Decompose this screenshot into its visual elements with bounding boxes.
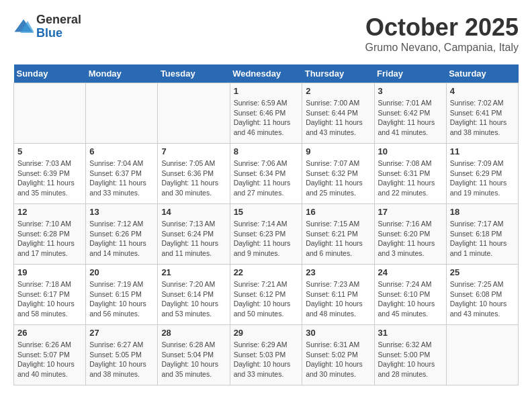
day-info: Sunrise: 7:21 AM Sunset: 6:12 PM Dayligh…	[234, 279, 299, 319]
day-number: 26	[17, 328, 82, 338]
day-info: Sunrise: 7:23 AM Sunset: 6:11 PM Dayligh…	[306, 279, 370, 319]
day-number: 22	[234, 267, 299, 277]
calendar-cell: 19Sunrise: 7:18 AM Sunset: 6:17 PM Dayli…	[14, 265, 86, 325]
weekday-header-saturday: Saturday	[446, 64, 518, 83]
calendar-cell: 20Sunrise: 7:19 AM Sunset: 6:15 PM Dayli…	[86, 265, 158, 325]
calendar-cell: 26Sunrise: 6:26 AM Sunset: 5:07 PM Dayli…	[14, 325, 86, 385]
day-number: 3	[378, 86, 443, 96]
page-header: General Blue October 2025 Grumo Nevano, …	[13, 13, 519, 54]
day-number: 21	[161, 267, 226, 277]
calendar-week-4: 19Sunrise: 7:18 AM Sunset: 6:17 PM Dayli…	[14, 265, 519, 325]
day-info: Sunrise: 7:07 AM Sunset: 6:32 PM Dayligh…	[306, 158, 370, 198]
day-info: Sunrise: 7:13 AM Sunset: 6:24 PM Dayligh…	[161, 219, 226, 259]
day-number: 2	[306, 86, 370, 96]
calendar-cell: 28Sunrise: 6:28 AM Sunset: 5:04 PM Dayli…	[158, 325, 230, 385]
day-info: Sunrise: 7:15 AM Sunset: 6:21 PM Dayligh…	[306, 219, 370, 259]
day-number: 8	[234, 146, 299, 156]
calendar-cell: 11Sunrise: 7:09 AM Sunset: 6:29 PM Dayli…	[446, 144, 518, 204]
calendar-week-5: 26Sunrise: 6:26 AM Sunset: 5:07 PM Dayli…	[14, 325, 519, 385]
day-info: Sunrise: 7:02 AM Sunset: 6:41 PM Dayligh…	[450, 98, 515, 138]
day-info: Sunrise: 7:01 AM Sunset: 6:42 PM Dayligh…	[378, 98, 443, 138]
calendar-cell: 23Sunrise: 7:23 AM Sunset: 6:11 PM Dayli…	[302, 265, 374, 325]
weekday-header-monday: Monday	[86, 64, 158, 83]
day-info: Sunrise: 6:32 AM Sunset: 5:00 PM Dayligh…	[378, 340, 443, 379]
calendar-cell: 8Sunrise: 7:06 AM Sunset: 6:34 PM Daylig…	[230, 144, 302, 204]
day-info: Sunrise: 7:20 AM Sunset: 6:14 PM Dayligh…	[161, 279, 226, 319]
calendar-cell: 29Sunrise: 6:29 AM Sunset: 5:03 PM Dayli…	[230, 325, 302, 385]
day-info: Sunrise: 7:25 AM Sunset: 6:08 PM Dayligh…	[450, 279, 515, 319]
weekday-header-row: SundayMondayTuesdayWednesdayThursdayFrid…	[14, 64, 519, 83]
day-number: 1	[234, 86, 299, 96]
day-number: 25	[450, 267, 515, 277]
day-number: 29	[234, 328, 299, 338]
day-info: Sunrise: 7:04 AM Sunset: 6:37 PM Dayligh…	[89, 158, 154, 198]
day-number: 9	[306, 146, 370, 156]
day-number: 20	[89, 267, 154, 277]
day-number: 30	[306, 328, 370, 338]
day-number: 12	[17, 207, 82, 217]
day-number: 17	[378, 207, 443, 217]
calendar-cell	[446, 325, 518, 385]
day-number: 13	[89, 207, 154, 217]
calendar-cell: 25Sunrise: 7:25 AM Sunset: 6:08 PM Dayli…	[446, 265, 518, 325]
day-info: Sunrise: 6:28 AM Sunset: 5:04 PM Dayligh…	[161, 340, 226, 379]
calendar-cell: 17Sunrise: 7:16 AM Sunset: 6:20 PM Dayli…	[374, 204, 446, 265]
calendar-cell: 22Sunrise: 7:21 AM Sunset: 6:12 PM Dayli…	[230, 265, 302, 325]
calendar-cell: 27Sunrise: 6:27 AM Sunset: 5:05 PM Dayli…	[86, 325, 158, 385]
calendar-cell: 14Sunrise: 7:13 AM Sunset: 6:24 PM Dayli…	[158, 204, 230, 265]
day-info: Sunrise: 7:10 AM Sunset: 6:28 PM Dayligh…	[17, 219, 82, 259]
day-number: 14	[161, 207, 226, 217]
day-number: 16	[306, 207, 370, 217]
calendar-cell: 13Sunrise: 7:12 AM Sunset: 6:26 PM Dayli…	[86, 204, 158, 265]
calendar-cell: 3Sunrise: 7:01 AM Sunset: 6:42 PM Daylig…	[374, 83, 446, 144]
day-number: 4	[450, 86, 515, 96]
day-info: Sunrise: 7:08 AM Sunset: 6:31 PM Dayligh…	[378, 158, 443, 198]
day-number: 27	[89, 328, 154, 338]
calendar-week-3: 12Sunrise: 7:10 AM Sunset: 6:28 PM Dayli…	[14, 204, 519, 265]
calendar-cell: 12Sunrise: 7:10 AM Sunset: 6:28 PM Dayli…	[14, 204, 86, 265]
day-number: 7	[161, 146, 226, 156]
weekday-header-sunday: Sunday	[14, 64, 86, 83]
day-info: Sunrise: 6:31 AM Sunset: 5:02 PM Dayligh…	[306, 340, 370, 379]
day-number: 23	[306, 267, 370, 277]
day-number: 19	[17, 267, 82, 277]
calendar-cell: 24Sunrise: 7:24 AM Sunset: 6:10 PM Dayli…	[374, 265, 446, 325]
calendar-cell: 1Sunrise: 6:59 AM Sunset: 6:46 PM Daylig…	[230, 83, 302, 144]
day-info: Sunrise: 6:27 AM Sunset: 5:05 PM Dayligh…	[89, 340, 154, 379]
logo-general: General	[36, 13, 81, 27]
weekday-header-wednesday: Wednesday	[230, 64, 302, 83]
day-info: Sunrise: 7:12 AM Sunset: 6:26 PM Dayligh…	[89, 219, 154, 259]
day-number: 11	[450, 146, 515, 156]
weekday-header-thursday: Thursday	[302, 64, 374, 83]
logo-text: General Blue	[36, 13, 81, 40]
calendar-cell: 15Sunrise: 7:14 AM Sunset: 6:23 PM Dayli…	[230, 204, 302, 265]
day-number: 10	[378, 146, 443, 156]
calendar-cell: 16Sunrise: 7:15 AM Sunset: 6:21 PM Dayli…	[302, 204, 374, 265]
calendar-cell: 31Sunrise: 6:32 AM Sunset: 5:00 PM Dayli…	[374, 325, 446, 385]
calendar-cell: 5Sunrise: 7:03 AM Sunset: 6:39 PM Daylig…	[14, 144, 86, 204]
calendar-cell: 7Sunrise: 7:05 AM Sunset: 6:36 PM Daylig…	[158, 144, 230, 204]
calendar-cell: 2Sunrise: 7:00 AM Sunset: 6:44 PM Daylig…	[302, 83, 374, 144]
calendar-week-1: 1Sunrise: 6:59 AM Sunset: 6:46 PM Daylig…	[14, 83, 519, 144]
day-info: Sunrise: 7:00 AM Sunset: 6:44 PM Dayligh…	[306, 98, 370, 138]
day-info: Sunrise: 6:26 AM Sunset: 5:07 PM Dayligh…	[17, 340, 82, 379]
calendar-week-2: 5Sunrise: 7:03 AM Sunset: 6:39 PM Daylig…	[14, 144, 519, 204]
day-number: 15	[234, 207, 299, 217]
day-number: 28	[161, 328, 226, 338]
day-info: Sunrise: 7:24 AM Sunset: 6:10 PM Dayligh…	[378, 279, 443, 319]
logo: General Blue	[13, 13, 81, 40]
day-info: Sunrise: 6:29 AM Sunset: 5:03 PM Dayligh…	[234, 340, 299, 379]
calendar-cell: 6Sunrise: 7:04 AM Sunset: 6:37 PM Daylig…	[86, 144, 158, 204]
calendar-cell	[86, 83, 158, 144]
day-info: Sunrise: 7:19 AM Sunset: 6:15 PM Dayligh…	[89, 279, 154, 319]
day-number: 5	[17, 146, 82, 156]
calendar-cell: 18Sunrise: 7:17 AM Sunset: 6:18 PM Dayli…	[446, 204, 518, 265]
calendar-cell: 4Sunrise: 7:02 AM Sunset: 6:41 PM Daylig…	[446, 83, 518, 144]
day-number: 24	[378, 267, 443, 277]
day-number: 31	[378, 328, 443, 338]
day-info: Sunrise: 7:18 AM Sunset: 6:17 PM Dayligh…	[17, 279, 82, 319]
calendar-subtitle: Grumo Nevano, Campania, Italy	[365, 42, 519, 54]
day-number: 18	[450, 207, 515, 217]
calendar-title: October 2025	[365, 13, 519, 42]
logo-blue: Blue	[36, 27, 81, 40]
